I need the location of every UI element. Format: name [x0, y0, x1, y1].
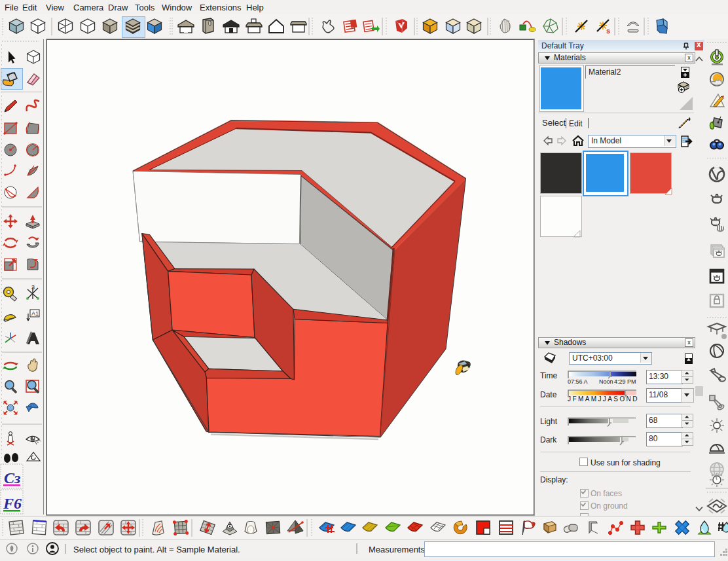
svg-text:Cз: Cз — [4, 469, 20, 486]
svg-text:3: 3 — [31, 284, 35, 291]
svg-text:s: s — [606, 27, 610, 35]
svg-text:F6: F6 — [3, 495, 22, 512]
svg-text:A1: A1 — [31, 310, 39, 317]
